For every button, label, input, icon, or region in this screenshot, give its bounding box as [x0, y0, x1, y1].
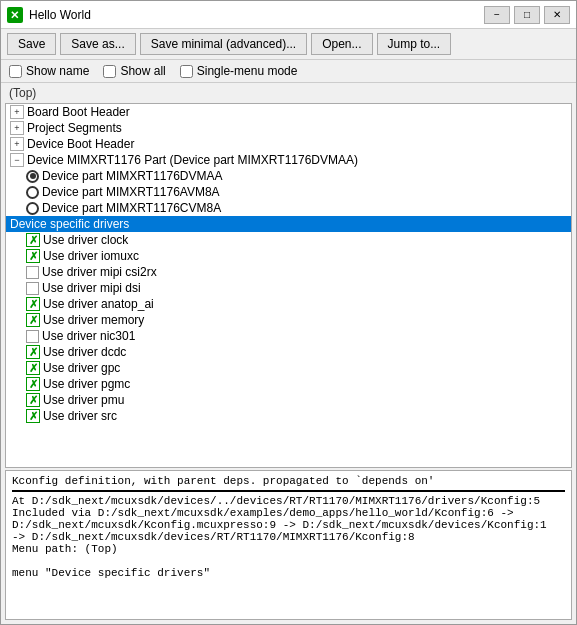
- info-line3: Included via D:/sdk_next/mcuxsdk/example…: [12, 507, 565, 519]
- tree-panel[interactable]: +Board Boot Header+Project Segments+Devi…: [5, 103, 572, 468]
- checkbox-x-icon: ✗: [26, 409, 40, 423]
- tree-item-label: Use driver iomuxc: [43, 249, 139, 263]
- tree-item[interactable]: ✗Use driver pmu: [6, 392, 571, 408]
- tree-item[interactable]: Device part MIMXRT1176CVM8A: [6, 200, 571, 216]
- checkbox-x-icon: ✗: [26, 377, 40, 391]
- radio-icon: [26, 186, 39, 199]
- tree-item-label: Device specific drivers: [10, 217, 129, 231]
- radio-icon: [26, 170, 39, 183]
- tree-item-label: Device part MIMXRT1176DVMAA: [42, 169, 223, 183]
- info-line4: D:/sdk_next/mcuxsdk/Kconfig.mcuxpresso:9…: [12, 519, 565, 531]
- main-window: ✕ Hello World − □ ✕ Save Save as... Save…: [0, 0, 577, 625]
- tree-item[interactable]: Device part MIMXRT1176AVM8A: [6, 184, 571, 200]
- info-line6: Menu path: (Top): [12, 543, 565, 555]
- tree-item-label: Use driver anatop_ai: [43, 297, 154, 311]
- tree-item-label: Device Boot Header: [27, 137, 134, 151]
- jump-to-button[interactable]: Jump to...: [377, 33, 452, 55]
- checkbox-x-icon: ✗: [26, 393, 40, 407]
- info-line5: -> D:/sdk_next/mcuxsdk/devices/RT/RT1170…: [12, 531, 565, 543]
- minimize-button[interactable]: −: [484, 6, 510, 24]
- checkbox-x-icon: ✗: [26, 313, 40, 327]
- checkbox-icon: [26, 282, 39, 295]
- tree-item-label: Use driver nic301: [42, 329, 135, 343]
- save-button[interactable]: Save: [7, 33, 56, 55]
- checkbox-icon: [26, 330, 39, 343]
- expand-icon: +: [10, 121, 24, 135]
- tree-item[interactable]: ✗Use driver pgmc: [6, 376, 571, 392]
- tree-item-label: Device MIMXRT1176 Part (Device part MIMX…: [27, 153, 358, 167]
- tree-item-label: Use driver mipi dsi: [42, 281, 141, 295]
- tree-item-label: Use driver pmu: [43, 393, 124, 407]
- tree-item[interactable]: +Device Boot Header: [6, 136, 571, 152]
- tree-item[interactable]: ✗Use driver src: [6, 408, 571, 424]
- info-line2: At D:/sdk_next/mcuxsdk/devices/../device…: [12, 495, 565, 507]
- tree-item-label: Use driver pgmc: [43, 377, 130, 391]
- tree-item-label: Board Boot Header: [27, 105, 130, 119]
- tree-item-label: Device part MIMXRT1176CVM8A: [42, 201, 221, 215]
- save-as-button[interactable]: Save as...: [60, 33, 135, 55]
- tree-item[interactable]: ✗Use driver memory: [6, 312, 571, 328]
- checkbox-bar: Show name Show all Single-menu mode: [1, 60, 576, 83]
- info-separator: [12, 490, 565, 492]
- save-minimal-button[interactable]: Save minimal (advanced)...: [140, 33, 307, 55]
- tree-item[interactable]: ✗Use driver dcdc: [6, 344, 571, 360]
- toolbar: Save Save as... Save minimal (advanced).…: [1, 29, 576, 60]
- expand-icon: +: [10, 105, 24, 119]
- window-title: Hello World: [29, 8, 484, 22]
- tree-item[interactable]: Device specific drivers: [6, 216, 571, 232]
- restore-button[interactable]: □: [514, 6, 540, 24]
- tree-item-label: Device part MIMXRT1176AVM8A: [42, 185, 220, 199]
- checkbox-x-icon: ✗: [26, 345, 40, 359]
- tree-item-label: Project Segments: [27, 121, 122, 135]
- info-panel: Kconfig definition, with parent deps. pr…: [5, 470, 572, 620]
- tree-item[interactable]: +Board Boot Header: [6, 104, 571, 120]
- tree-item[interactable]: ✗Use driver clock: [6, 232, 571, 248]
- close-button[interactable]: ✕: [544, 6, 570, 24]
- tree-item-label: Use driver src: [43, 409, 117, 423]
- show-all-checkbox[interactable]: Show all: [103, 64, 165, 78]
- info-line1: Kconfig definition, with parent deps. pr…: [12, 475, 434, 487]
- open-button[interactable]: Open...: [311, 33, 372, 55]
- show-name-checkbox[interactable]: Show name: [9, 64, 89, 78]
- expand-icon: +: [10, 137, 24, 151]
- tree-item[interactable]: Use driver nic301: [6, 328, 571, 344]
- app-icon: ✕: [7, 7, 23, 23]
- tree-item[interactable]: ✗Use driver gpc: [6, 360, 571, 376]
- tree-item-label: Use driver dcdc: [43, 345, 126, 359]
- checkbox-x-icon: ✗: [26, 361, 40, 375]
- title-bar: ✕ Hello World − □ ✕: [1, 1, 576, 29]
- tree-item-label: Use driver memory: [43, 313, 144, 327]
- svg-text:✕: ✕: [10, 9, 19, 21]
- tree-item-label: Use driver gpc: [43, 361, 120, 375]
- tree-item[interactable]: ✗Use driver anatop_ai: [6, 296, 571, 312]
- expand-icon: −: [10, 153, 24, 167]
- checkbox-icon: [26, 266, 39, 279]
- tree-item-label: Use driver clock: [43, 233, 128, 247]
- info-line8: menu "Device specific drivers": [12, 567, 565, 579]
- breadcrumb: (Top): [1, 83, 576, 103]
- checkbox-x-icon: ✗: [26, 233, 40, 247]
- checkbox-x-icon: ✗: [26, 297, 40, 311]
- tree-item[interactable]: Device part MIMXRT1176DVMAA: [6, 168, 571, 184]
- tree-item[interactable]: −Device MIMXRT1176 Part (Device part MIM…: [6, 152, 571, 168]
- radio-icon: [26, 202, 39, 215]
- tree-item[interactable]: ✗Use driver iomuxc: [6, 248, 571, 264]
- window-controls: − □ ✕: [484, 6, 570, 24]
- tree-item[interactable]: +Project Segments: [6, 120, 571, 136]
- tree-item[interactable]: Use driver mipi dsi: [6, 280, 571, 296]
- tree-item-label: Use driver mipi csi2rx: [42, 265, 157, 279]
- checkbox-x-icon: ✗: [26, 249, 40, 263]
- tree-item[interactable]: Use driver mipi csi2rx: [6, 264, 571, 280]
- single-menu-mode-checkbox[interactable]: Single-menu mode: [180, 64, 298, 78]
- info-line7: [12, 555, 565, 567]
